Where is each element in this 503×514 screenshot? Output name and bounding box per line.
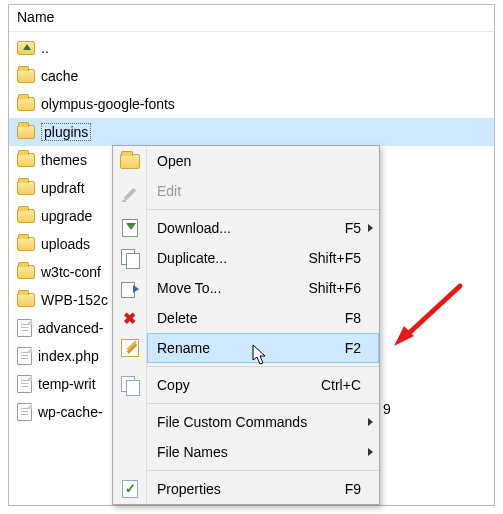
move-to-icon	[121, 279, 139, 297]
parent-dir-label: ..	[41, 40, 49, 56]
menu-item-duplicate[interactable]: Duplicate... Shift+F5	[147, 243, 379, 273]
item-label: uploads	[41, 236, 90, 252]
menu-label: Copy	[147, 377, 321, 393]
copy-icon	[121, 376, 139, 394]
menu-label: Rename	[147, 340, 345, 356]
menu-label: Move To...	[147, 280, 308, 296]
menu-item-open[interactable]: Open	[147, 146, 379, 176]
list-item[interactable]: cache	[9, 62, 494, 90]
delete-x-icon: ✖	[123, 309, 136, 328]
item-label: advanced-	[38, 320, 103, 336]
folder-icon	[17, 125, 35, 139]
truncated-text-fragment: 9	[383, 401, 391, 417]
menu-separator	[147, 366, 379, 367]
column-header-name[interactable]: Name	[9, 5, 494, 32]
menu-separator	[147, 209, 379, 210]
item-label: upgrade	[41, 208, 92, 224]
rename-pencil-icon	[121, 339, 139, 357]
menu-item-edit: Edit	[147, 176, 379, 206]
menu-item-copy[interactable]: Copy Ctrl+C	[147, 370, 379, 400]
menu-label: Open	[147, 153, 379, 169]
menu-label: Properties	[147, 481, 345, 497]
menu-item-delete[interactable]: Delete F8	[147, 303, 379, 333]
item-label: wp-cache-	[38, 404, 103, 420]
menu-item-file-custom-commands[interactable]: File Custom Commands	[147, 407, 379, 437]
menu-hotkey: Shift+F5	[308, 250, 379, 266]
folder-icon	[17, 293, 35, 307]
folder-icon	[17, 69, 35, 83]
open-folder-icon	[120, 154, 140, 169]
menu-item-move-to[interactable]: Move To... Shift+F6	[147, 273, 379, 303]
item-label: temp-writ	[38, 376, 96, 392]
folder-icon	[17, 209, 35, 223]
menu-label: File Custom Commands	[147, 414, 379, 430]
item-label: index.php	[38, 348, 99, 364]
menu-item-download[interactable]: Download... F5	[147, 213, 379, 243]
item-label: WPB-152c	[41, 292, 108, 308]
menu-label: Delete	[147, 310, 345, 326]
folder-icon	[17, 97, 35, 111]
properties-icon	[122, 480, 138, 498]
file-icon	[17, 375, 32, 393]
context-menu: ✖ Open Edit Download... F5 Du	[112, 145, 380, 505]
duplicate-icon	[121, 249, 139, 267]
folder-up-icon	[17, 41, 35, 55]
menu-hotkey: F2	[345, 340, 379, 356]
file-icon	[17, 319, 32, 337]
menu-separator	[147, 470, 379, 471]
list-item[interactable]: olympus-google-fonts	[9, 90, 494, 118]
menu-label: File Names	[147, 444, 379, 460]
menu-item-rename[interactable]: Rename F2	[147, 333, 379, 363]
folder-icon	[17, 181, 35, 195]
menu-label: Download...	[147, 220, 345, 236]
file-icon	[17, 403, 32, 421]
folder-icon	[17, 265, 35, 279]
list-item-selected[interactable]: plugins	[9, 118, 494, 146]
menu-label: Duplicate...	[147, 250, 308, 266]
parent-dir-row[interactable]: ..	[9, 34, 494, 62]
menu-hotkey: F5	[345, 220, 379, 236]
folder-icon	[17, 153, 35, 167]
download-icon	[122, 219, 138, 237]
menu-item-file-names[interactable]: File Names	[147, 437, 379, 467]
item-label: cache	[41, 68, 78, 84]
item-label: themes	[41, 152, 87, 168]
item-label: plugins	[41, 123, 91, 141]
menu-hotkey: Shift+F6	[308, 280, 379, 296]
menu-hotkey: Ctrl+C	[321, 377, 379, 393]
item-label: w3tc-conf	[41, 264, 101, 280]
folder-icon	[17, 237, 35, 251]
menu-hotkey: F9	[345, 481, 379, 497]
menu-label: Edit	[147, 183, 379, 199]
submenu-arrow-icon	[368, 448, 373, 456]
menu-separator	[147, 403, 379, 404]
menu-item-properties[interactable]: Properties F9	[147, 474, 379, 504]
submenu-arrow-icon	[368, 224, 373, 232]
edit-pencil-icon	[121, 182, 139, 200]
item-label: updraft	[41, 180, 85, 196]
menu-icon-strip: ✖	[113, 146, 147, 504]
submenu-arrow-icon	[368, 418, 373, 426]
file-icon	[17, 347, 32, 365]
item-label: olympus-google-fonts	[41, 96, 175, 112]
menu-hotkey: F8	[345, 310, 379, 326]
